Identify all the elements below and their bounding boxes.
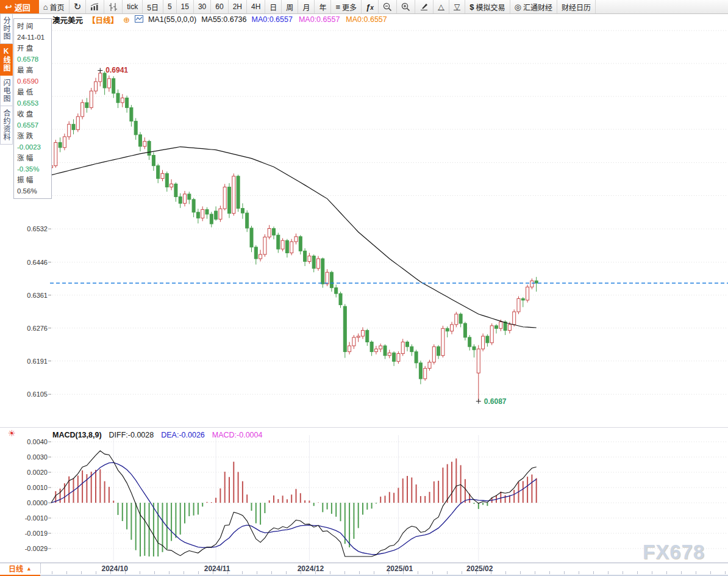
toolbar-button-label: 15 [181, 2, 189, 11]
toolbar-button-zoom-out[interactable] [379, 0, 397, 13]
tab-lightning-chart[interactable]: 闪电图 [0, 76, 13, 106]
toolbar-button-label: 月 [302, 2, 310, 12]
function-icon: ƒx [366, 2, 374, 12]
toolbar-button-label: 30 [198, 2, 206, 11]
ma0-values: MA0:0.6557MA0:0.6557MA0:0.6557 [252, 15, 387, 24]
triangle-down-icon: ▽ [454, 4, 460, 10]
tab-contract-info[interactable]: 合约资料 [0, 106, 13, 145]
info-label: 收 盘 [17, 109, 51, 120]
info-value: 0.6578 [17, 54, 51, 65]
toolbar-button-label: 5日 [147, 2, 159, 12]
toolbar-button-m15[interactable]: 15 [177, 0, 194, 13]
macd-axis-label: 0.0030 [11, 453, 48, 461]
toolbar-button-home[interactable]: ⌂首页 [39, 0, 70, 13]
toolbar-button-calendar[interactable]: 财经日历 [557, 0, 596, 13]
info-label: 涨 跌 [17, 131, 51, 142]
macd-axis-label: 0.0020 [11, 469, 48, 476]
pencil-icon [419, 2, 429, 11]
info-label: 最 低 [17, 87, 51, 98]
info-value: 0.56% [17, 185, 51, 196]
back-arrow-icon: ↩ [5, 2, 12, 12]
add-indicator-icon[interactable]: ⊕ [123, 15, 130, 24]
ma55-value-label: MA55:0.6736 [201, 15, 246, 24]
toolbar-items: ⌂首页↻tick5日51530602H4H日周月年≡更多ƒx△▽$模拟交易◎汇通… [39, 0, 596, 13]
chart-canvas[interactable]: 0.69410.6087 [0, 0, 728, 576]
toolbar-button-tri-up[interactable]: △ [434, 0, 449, 13]
info-value: 0.6553 [17, 98, 51, 109]
toolbar-button-fx[interactable]: ƒx [362, 0, 379, 13]
macd-axis-label: 0.0000 [11, 499, 48, 506]
back-button[interactable]: ↩ 返回 [0, 0, 39, 13]
toolbar-button-zoom-in[interactable] [397, 0, 415, 13]
toolbar-button-m60[interactable]: 60 [211, 0, 228, 13]
macd-diff-value: DIFF:-0.0028 [109, 431, 154, 439]
low-price-annotation: 0.6087 [484, 397, 507, 406]
info-label: 开 盘 [17, 43, 51, 54]
price-axis-label: 0.6191 [11, 358, 48, 365]
chart-title-bar: 澳元美元 【日线】 ⊕ MA1(55,0,0,0) MA55:0.6736 MA… [52, 15, 387, 24]
toolbar-button-monthly[interactable]: 月 [298, 0, 315, 13]
crosshair-info-panel: 时 间24-11-01开 盘0.6578最 高0.6590最 低0.6553收 … [13, 18, 52, 199]
info-label: 时 间 [17, 21, 51, 32]
home-icon: ⌂ [43, 2, 48, 12]
toolbar-button-tri-down[interactable]: ▽ [449, 0, 465, 13]
barchart-icon [90, 3, 99, 11]
info-value: -0.35% [17, 164, 51, 175]
bottom-time-bar: 日线 ▲ 2024/102024/112024/122025/012025/02 [0, 563, 728, 576]
toolbar-filler [596, 0, 728, 13]
info-label: 最 高 [17, 65, 51, 76]
zoomin-icon [401, 2, 410, 11]
period-badge: 【日线】 [88, 14, 118, 26]
macd-axis-label: -0.0010 [11, 514, 48, 522]
price-axis-label: 0.6276 [11, 325, 48, 332]
toolbar-button-label: 汇通财经 [523, 2, 552, 12]
kline-icon [109, 3, 118, 11]
chart-type-tabs: 分时图K线图闪电图合约资料 [0, 13, 12, 145]
toolbar-button-kline-style[interactable] [104, 0, 123, 13]
high-price-annotation: 0.6941 [105, 66, 128, 74]
toolbar-button-tick[interactable]: tick [123, 0, 143, 13]
toolbar-button-m30[interactable]: 30 [194, 0, 211, 13]
toolbar-button-5d[interactable]: 5日 [143, 0, 163, 13]
mini-chart-icon [135, 15, 143, 24]
menu-icon: ≡ [335, 2, 340, 12]
toolbar-button-weekly[interactable]: 周 [282, 0, 298, 13]
tab-time-chart[interactable]: 分时图 [0, 13, 13, 44]
candlestick-series [50, 70, 538, 401]
period-tab-daily[interactable]: 日线 ▲ [0, 563, 41, 574]
toolbar-button-label: 年 [319, 2, 326, 12]
toolbar-button-label: 财经日历 [562, 2, 591, 12]
indicator-settings-icon[interactable]: ☀ [8, 428, 16, 438]
toolbar-button-label: 2H [233, 2, 242, 11]
price-axis-label: 0.6361 [11, 292, 48, 299]
toolbar-button-huitong-news[interactable]: ◎汇通财经 [510, 0, 557, 13]
toolbar-button-label: 5 [168, 2, 172, 11]
ma0-value-label: MA0:0.6557 [346, 15, 387, 24]
watermark: FX678 [643, 541, 705, 564]
minor-tick-marks [52, 571, 726, 574]
toolbar-button-label: 周 [286, 2, 293, 12]
toolbar-button-bar-chart[interactable] [86, 0, 104, 13]
macd-title-bar: MACD(13,8,9) DIFF:-0.0028 DEA:-0.0026 MA… [52, 431, 262, 439]
info-value: 24-11-01 [17, 32, 51, 43]
zoomout-icon [383, 2, 392, 11]
chevron-up-icon: ▲ [26, 566, 32, 572]
toolbar-button-label: 60 [215, 2, 223, 11]
toolbar-button-h4[interactable]: 4H [247, 0, 265, 13]
toolbar-button-draw[interactable] [415, 0, 434, 13]
toolbar-button-sim-trade[interactable]: $模拟交易 [465, 0, 510, 13]
tab-kline-chart[interactable]: K线图 [0, 44, 13, 76]
info-label: 振 幅 [17, 175, 51, 185]
refresh-icon: ↻ [74, 1, 82, 12]
toolbar-button-m5[interactable]: 5 [163, 0, 177, 13]
info-value: 0.6557 [17, 120, 51, 131]
toolbar-button-label: 模拟交易 [476, 2, 505, 12]
macd-dea-line [51, 463, 537, 555]
toolbar-button-more[interactable]: ≡更多 [331, 0, 362, 13]
toolbar-button-h2[interactable]: 2H [229, 0, 247, 13]
dollar-icon: $ [469, 2, 474, 12]
toolbar-button-yearly[interactable]: 年 [315, 0, 331, 13]
toolbar-button-refresh[interactable]: ↻ [70, 0, 87, 13]
macd-params-label: MACD(13,8,9) [52, 431, 102, 439]
toolbar-button-daily[interactable]: 日 [265, 0, 282, 13]
